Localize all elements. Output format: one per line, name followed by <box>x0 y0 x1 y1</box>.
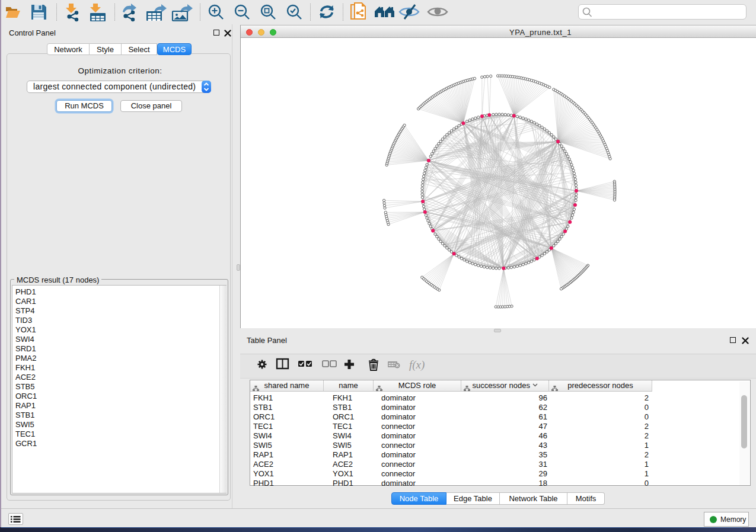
svg-text:f(x): f(x) <box>409 358 425 371</box>
